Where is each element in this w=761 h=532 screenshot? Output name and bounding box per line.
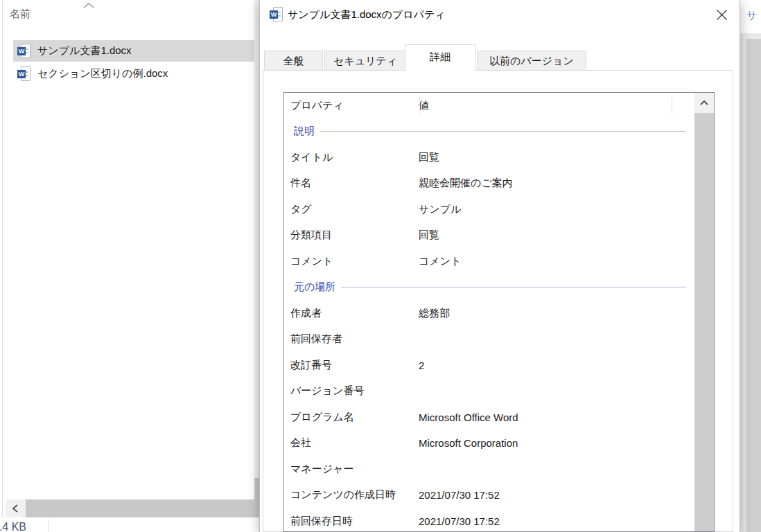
- property-row[interactable]: 作成者総務部: [284, 301, 694, 327]
- file-list: Wサンプル文書1.docxWセクション区切りの例.docx: [0, 40, 263, 86]
- section-row: 説明: [284, 118, 694, 145]
- chevron-up-icon: [699, 100, 709, 106]
- background-window-title: サ: [746, 9, 757, 22]
- property-value: Microsoft Corporation: [413, 437, 518, 449]
- tab-security[interactable]: セキュリティ: [324, 51, 406, 70]
- tab-general[interactable]: 全般: [264, 51, 323, 70]
- table-rows: 説明タイトル回覧件名親睦会開催のご案内タグサンプル分類項目回覧コメントコメント元…: [284, 118, 694, 532]
- property-name: 会社: [284, 436, 413, 450]
- property-value: 2: [413, 360, 424, 371]
- close-icon: [716, 9, 728, 21]
- dialog-titlebar: W サンプル文書1.docxのプロパティ: [260, 0, 740, 29]
- property-row[interactable]: 件名親睦会開催のご案内: [284, 170, 694, 197]
- properties-table: プロパティ 値 説明タイトル回覧件名親睦会開催のご案内タグサンプル分類項目回覧コ…: [283, 92, 715, 532]
- sort-ascending-icon[interactable]: [82, 2, 95, 9]
- tab-details[interactable]: 詳細: [405, 44, 475, 71]
- property-value: 2021/07/30 17:52: [413, 515, 500, 527]
- scroll-left-button[interactable]: [6, 499, 25, 517]
- word-icon-letter: W: [17, 70, 26, 78]
- properties-dialog: W サンプル文書1.docxのプロパティ 全般セキュリティ詳細以前のバージョン …: [259, 0, 740, 532]
- table-header-value: 値: [413, 99, 429, 112]
- file-name: セクション区切りの例.docx: [37, 67, 168, 80]
- property-row[interactable]: タグサンプル: [284, 197, 694, 223]
- background-window-header: サ: [740, 0, 761, 33]
- word-icon-letter: W: [17, 47, 26, 55]
- property-name: コメント: [284, 255, 413, 268]
- property-value: 回覧: [413, 229, 439, 242]
- property-row[interactable]: 前回保存日時2021/07/30 17:52: [284, 508, 694, 532]
- word-file-icon: W: [17, 66, 31, 82]
- property-value: 総務部: [413, 307, 450, 320]
- tab-previous-versions[interactable]: 以前のバージョン: [477, 51, 586, 70]
- property-name: 件名: [284, 177, 413, 190]
- vertical-scrollbar[interactable]: [694, 93, 714, 531]
- table-header: プロパティ 値: [284, 93, 694, 118]
- file-row[interactable]: Wサンプル文書1.docx: [13, 40, 259, 62]
- property-name: バージョン番号: [284, 384, 413, 398]
- property-name: 前回保存日時: [284, 515, 413, 528]
- property-name: 作成者: [284, 307, 413, 320]
- property-name: タグ: [284, 203, 413, 216]
- background-window-scrollbar: [746, 39, 761, 532]
- property-row[interactable]: コンテンツの作成日時2021/07/30 17:52: [284, 482, 694, 508]
- dialog-icon-slot: W: [265, 7, 283, 25]
- property-row[interactable]: タイトル回覧: [284, 145, 694, 171]
- file-row[interactable]: Wセクション区切りの例.docx: [13, 63, 259, 85]
- close-button[interactable]: [706, 1, 737, 28]
- column-divider: [419, 96, 420, 114]
- property-row[interactable]: バージョン番号: [284, 378, 694, 405]
- property-value: サンプル: [413, 203, 461, 216]
- background-window: サ: [740, 0, 761, 532]
- property-row[interactable]: 会社Microsoft Corporation: [284, 430, 694, 456]
- status-bar-divider: [48, 519, 49, 532]
- word-file-icon: W: [270, 7, 283, 22]
- property-row[interactable]: マネージャー: [284, 456, 694, 483]
- section-label: 元の場所: [294, 281, 335, 294]
- section-divider-line: [341, 287, 686, 287]
- chevron-left-icon: [12, 504, 19, 513]
- property-name: タイトル: [284, 151, 413, 164]
- property-name: マネージャー: [284, 463, 413, 476]
- property-name: プログラム名: [284, 411, 413, 424]
- property-value: 親睦会開催のご案内: [413, 177, 513, 190]
- word-icon-letter: W: [270, 10, 278, 19]
- column-header-name[interactable]: 名前: [10, 8, 30, 21]
- property-name: 改訂番号: [284, 359, 413, 372]
- scroll-up-button[interactable]: [694, 93, 714, 113]
- table-header-property: プロパティ: [284, 99, 413, 112]
- status-bar-size: 0.4 KB: [0, 521, 26, 532]
- property-row[interactable]: 前回保存者: [284, 326, 694, 353]
- property-value: 2021/07/30 17:52: [413, 489, 500, 501]
- property-value: Microsoft Office Word: [413, 411, 518, 423]
- property-value: 回覧: [413, 151, 439, 164]
- property-name: コンテンツの作成日時: [284, 488, 413, 502]
- horizontal-scrollbar-thumb[interactable]: [26, 499, 259, 517]
- dialog-title: サンプル文書1.docxのプロパティ: [288, 8, 446, 21]
- section-divider-line: [320, 131, 686, 132]
- vertical-scrollbar-thumb[interactable]: [694, 113, 714, 531]
- property-row[interactable]: 分類項目回覧: [284, 222, 694, 249]
- property-name: 分類項目: [284, 229, 413, 242]
- word-file-icon: W: [17, 44, 31, 59]
- property-name: 前回保存者: [284, 332, 413, 346]
- section-label: 説明: [294, 125, 315, 138]
- property-row[interactable]: コメントコメント: [284, 249, 694, 275]
- property-value: コメント: [413, 255, 461, 268]
- property-row[interactable]: プログラム名Microsoft Office Word: [284, 405, 694, 431]
- column-divider: [672, 96, 672, 114]
- horizontal-scrollbar[interactable]: [6, 499, 259, 517]
- section-row: 元の場所: [284, 274, 694, 301]
- file-name: サンプル文書1.docx: [37, 44, 132, 57]
- file-list-pane: 名前 Wサンプル文書1.docxWセクション区切りの例.docx 0.4 KB: [0, 0, 263, 532]
- property-row[interactable]: 改訂番号2: [284, 353, 694, 379]
